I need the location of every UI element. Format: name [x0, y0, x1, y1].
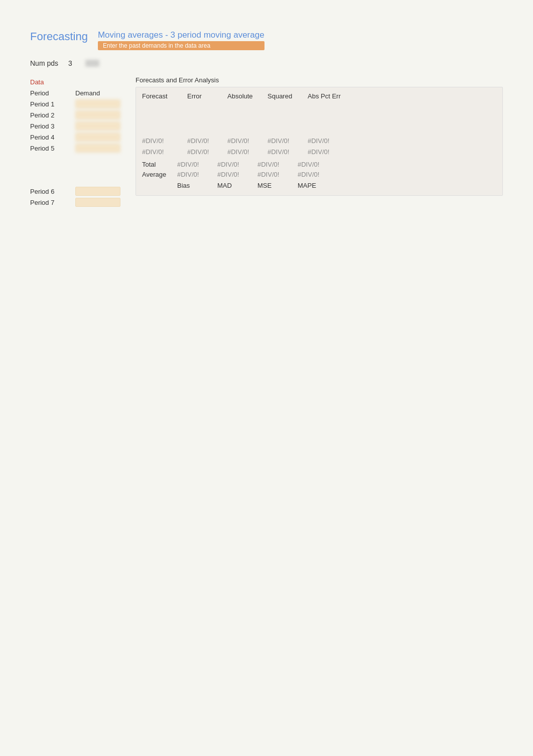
- demand-input-1[interactable]: [75, 99, 120, 108]
- fc-col-forecast: Forecast: [142, 92, 187, 100]
- demand-input-3[interactable]: [75, 121, 120, 131]
- num-pds-value: 3: [68, 59, 72, 67]
- data-row-period4: Period 4: [30, 132, 120, 143]
- instruction-bar: Enter the past demands in the data area: [98, 41, 264, 50]
- forecast-table: Forecast Error Absolute Squared Abs Pct …: [136, 87, 503, 196]
- data-row-period7: Period 7: [30, 197, 120, 208]
- forecast-row-2: [142, 113, 496, 124]
- data-section: Data Period Demand Period 1 Period 2 Per…: [30, 76, 120, 208]
- forecast-section: Forecasts and Error Analysis Forecast Er…: [136, 76, 503, 196]
- data-row-period3: Period 3: [30, 120, 120, 132]
- forecast-total-row: Total #DIV/0! #DIV/0! #DIV/0! #DIV/0!: [142, 159, 496, 169]
- fc-col-error: Error: [187, 92, 227, 100]
- forecast-row-4: #DIV/0! #DIV/0! #DIV/0! #DIV/0! #DIV/0!: [142, 135, 496, 146]
- demand-input-4[interactable]: [75, 133, 120, 142]
- data-row-period6: Period 6: [30, 186, 120, 197]
- fc-col-squared: Squared: [268, 92, 308, 100]
- demand-input-6[interactable]: [75, 187, 120, 196]
- fc-col-absolute: Absolute: [227, 92, 268, 100]
- data-col-demand: Demand: [75, 89, 120, 97]
- forecast-average-row: Average #DIV/0! #DIV/0! #DIV/0! #DIV/0!: [142, 169, 496, 179]
- forecast-row-3: [142, 124, 496, 135]
- data-row-period5: Period 5: [30, 143, 120, 154]
- data-row-period2: Period 2: [30, 109, 120, 120]
- fc-col-abspct: Abs Pct Err: [308, 92, 348, 100]
- forecast-metrics-row: Bias MAD MSE MAPE: [142, 180, 496, 190]
- data-row-period1: Period 1: [30, 98, 120, 109]
- forecast-row-5: #DIV/0! #DIV/0! #DIV/0! #DIV/0! #DIV/0!: [142, 146, 496, 157]
- subtitle: Moving averages - 3 period moving averag…: [98, 30, 264, 40]
- num-pds-label: Num pds: [30, 59, 58, 67]
- demand-input-2[interactable]: [75, 110, 120, 119]
- total-label: Total: [142, 161, 177, 168]
- demand-input-5[interactable]: [75, 144, 120, 153]
- metric-mad: MAD: [217, 182, 257, 189]
- metric-mse: MSE: [257, 182, 298, 189]
- forecast-title: Forecasts and Error Analysis: [136, 76, 503, 84]
- demand-input-7[interactable]: [75, 198, 120, 207]
- forecast-row-1: [142, 102, 496, 113]
- num-pds-spinner[interactable]: [85, 60, 99, 67]
- app-title: Forecasting: [30, 30, 88, 43]
- data-col-period: Period: [30, 89, 75, 97]
- metric-mape: MAPE: [298, 182, 338, 189]
- metric-bias: Bias: [177, 182, 217, 189]
- data-header-label: Data: [30, 78, 75, 86]
- average-label: Average: [142, 171, 177, 178]
